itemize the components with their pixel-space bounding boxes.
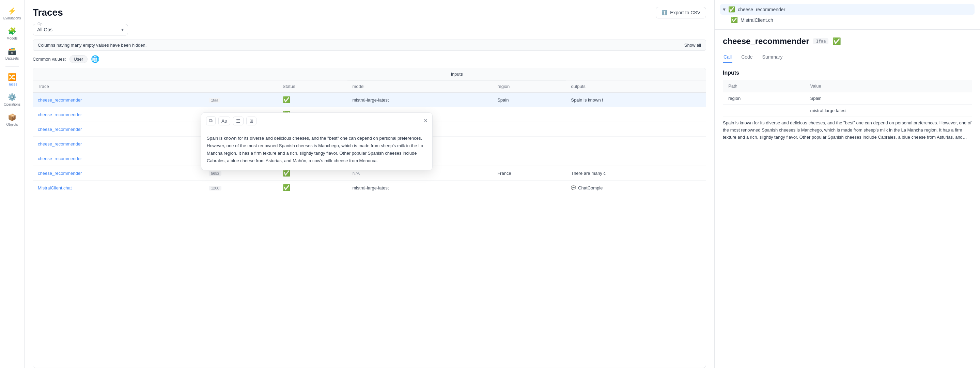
region-cell [493,181,566,195]
trace-name-cell[interactable]: cheese_recommender [33,122,202,137]
op-select-wrapper[interactable]: Op All Ops ▾ [33,24,128,35]
text-popup: ⧉ Aa ☰ ⊞ × Spain is known for its divers… [201,112,433,170]
datasets-icon: 🗃️ [8,47,16,55]
input-row-model: mistral-large-latest [723,105,972,117]
export-csv-button[interactable]: ⬆️ Export to CSV [656,7,706,18]
region-cell [493,137,566,151]
sidebar-item-evaluations[interactable]: ⚡ Evaluations [2,4,23,23]
table-group-header-row: inputs [33,68,706,80]
path-col-header: Path [723,80,805,92]
export-icon: ⬆️ [662,10,667,15]
trace-id-cell: 1200 [202,181,278,195]
table-row[interactable]: MistralClient.chat 1200 ✅ mistral-large-… [33,181,706,195]
trace-name-cell[interactable]: cheese_recommender [33,137,202,151]
sidebar-item-datasets[interactable]: 🗃️ Datasets [2,44,23,63]
trace-name-cell[interactable]: cheese_recommender [33,107,202,122]
status-ok-icon: ✅ [283,96,290,103]
hidden-cols-bar: Columns having many empty values have be… [33,40,706,51]
op-filter: Op All Ops ▾ [33,24,706,35]
region-cell [493,122,566,137]
detail-title: cheese_recommender [723,37,809,46]
trace-link[interactable]: cheese_recommender [38,112,82,117]
globe-icon: 🌐 [91,55,99,63]
trace-name-cell[interactable]: cheese_recommender [33,151,202,166]
input-path-model [723,105,805,117]
detail-tabs: Call Code Summary [723,51,972,63]
sidebar-item-objects[interactable]: 📦 Objects [2,110,23,129]
output-cell: Spain is known f [566,93,706,107]
inputs-table: Path Value region Spain mistral-large-la… [723,80,972,117]
th-trace-id [202,80,278,93]
trace-id-cell: 1faa [202,93,278,107]
right-panel: ▾ ✅ cheese_recommender ✅ MistralClient.c… [714,0,980,368]
page-title: Traces [33,7,63,18]
tab-call[interactable]: Call [723,51,732,63]
popup-list-button[interactable]: ☰ [233,116,243,125]
trace-link[interactable]: cheese_recommender [38,171,82,176]
trace-link[interactable]: MistralClient.chat [38,185,72,191]
output-cell: There are many c [566,166,706,181]
input-path-region: region [723,92,805,105]
op-filter-label: Op [37,22,44,26]
output-cell [566,137,706,151]
op-select-value: All Ops [37,25,120,34]
sidebar-item-label-datasets: Datasets [5,57,19,60]
detail-id-badge: 1faa [813,38,829,44]
region-cell: Spain [493,93,566,107]
input-value-model: mistral-large-latest [805,105,972,117]
trace-name-cell[interactable]: MistralClient.chat [33,181,202,195]
popup-font-button[interactable]: Aa [218,116,230,125]
trace-name-cell[interactable]: cheese_recommender [33,93,202,107]
sidebar-item-models[interactable]: 🧩 Models [2,24,23,43]
traces-icon: 🔀 [8,73,16,81]
tree-item-label: cheese_recommender [738,7,785,12]
trace-name-cell[interactable]: cheese_recommender [33,166,202,181]
chevron-icon: ▾ [723,6,725,13]
output-long-text: Spain is known for its diverse and delic… [723,119,972,141]
sidebar: ⚡ Evaluations 🧩 Models 🗃️ Datasets 🔀 Tra… [0,0,24,368]
tab-code[interactable]: Code [741,51,753,63]
popup-actions: ⧉ Aa ☰ ⊞ [206,116,256,125]
th-status: Status [278,80,348,93]
tree-item-cheese-recommender[interactable]: ▾ ✅ cheese_recommender [720,4,975,15]
th-region: region [493,80,566,93]
value-col-header: Value [805,80,972,92]
status-cell: ✅ [278,93,348,107]
popup-grid-button[interactable]: ⊞ [246,116,256,125]
show-all-button[interactable]: Show all [684,43,701,48]
export-label: Export to CSV [670,10,700,15]
popup-close-button[interactable]: × [424,117,428,124]
inputs-group-header: inputs [347,68,566,80]
outputs-group-header [566,68,706,80]
output-cell [566,151,706,166]
popup-copy-button[interactable]: ⧉ [206,116,216,125]
popup-body: Spain is known for its diverse and delic… [201,129,432,170]
status-col-header [278,68,348,80]
output-cell [566,107,706,122]
table-row[interactable]: cheese_recommender 1faa ✅ mistral-large-… [33,93,706,107]
region-cell [493,151,566,166]
sidebar-item-traces[interactable]: 🔀 Traces [2,70,23,89]
trace-col-header [33,68,278,80]
trace-link[interactable]: cheese_recommender [38,97,82,103]
inputs-header-row: Path Value [723,80,972,92]
status-ok-icon: ✅ [283,170,290,177]
user-badge[interactable]: User [70,55,88,63]
trace-link[interactable]: cheese_recommender [38,127,82,132]
sidebar-item-label-traces: Traces [7,83,17,86]
detail-status-icon: ✅ [832,37,841,45]
detail-panel: cheese_recommender 1faa ✅ Call Code Summ… [715,30,980,368]
trace-link[interactable]: cheese_recommender [38,142,82,147]
th-outputs: outputs [566,80,706,93]
traces-panel: Traces ⬆️ Export to CSV Op All Ops ▾ Col… [24,0,714,368]
trace-link[interactable]: cheese_recommender [38,156,82,161]
input-value-region: Spain [805,92,972,105]
tab-summary[interactable]: Summary [762,51,783,63]
tree-item-mistralclient[interactable]: ✅ MistralClient.ch [720,15,975,25]
output-cell: 💬 ChatComple [566,181,706,195]
tree-child-status-ok-icon: ✅ [731,17,738,23]
sidebar-item-operations[interactable]: ⚙️ Operations [2,90,23,109]
operations-icon: ⚙️ [8,93,16,101]
objects-icon: 📦 [8,113,16,121]
region-cell [493,107,566,122]
